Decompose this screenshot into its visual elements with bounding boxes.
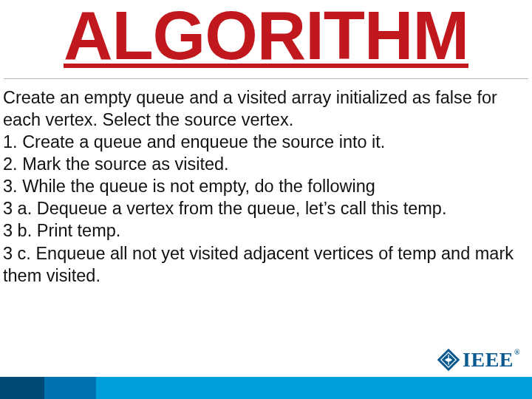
slide: ALGORITHM Create an empty queue and a vi… — [0, 0, 532, 399]
footer-segment-mid — [44, 377, 96, 399]
registered-mark: ® — [514, 348, 520, 356]
slide-title: ALGORITHM — [0, 0, 532, 69]
footer-segment-dark — [0, 377, 44, 399]
intro-text: Create an empty queue and a visited arra… — [3, 86, 529, 131]
step-3c: 3 c. Enqueue all not yet visited adjacen… — [3, 242, 529, 287]
title-divider — [4, 78, 528, 79]
step-1: 1. Create a queue and enqueue the source… — [3, 131, 529, 153]
step-3a: 3 a. Dequeue a vertex from the queue, le… — [3, 197, 529, 219]
step-2: 2. Mark the source as visited. — [3, 153, 529, 175]
ieee-logo-text: IEEE® — [463, 348, 520, 372]
footer-segment-main — [96, 377, 532, 399]
ieee-logo: IEEE® — [436, 347, 520, 372]
body-text: Create an empty queue and a visited arra… — [0, 86, 532, 287]
step-3: 3. While the queue is not empty, do the … — [3, 175, 529, 197]
footer-bar — [0, 377, 532, 399]
ieee-diamond-icon — [436, 347, 461, 372]
step-3b: 3 b. Print temp. — [3, 219, 529, 242]
ieee-text: IEEE — [463, 348, 514, 371]
